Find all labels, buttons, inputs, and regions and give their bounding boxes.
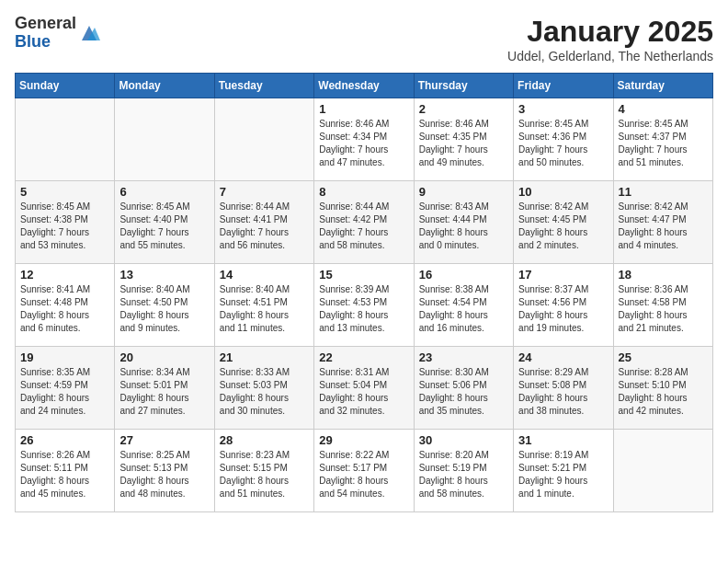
calendar-cell: 31Sunrise: 8:19 AMSunset: 5:21 PMDayligh… bbox=[514, 430, 613, 512]
weekday-header: Monday bbox=[115, 74, 214, 98]
day-info: Sunrise: 8:38 AMSunset: 4:54 PMDaylight:… bbox=[419, 283, 508, 335]
day-info: Sunrise: 8:22 AMSunset: 5:17 PMDaylight:… bbox=[319, 449, 408, 500]
day-info: Sunrise: 8:46 AMSunset: 4:34 PMDaylight:… bbox=[319, 118, 408, 169]
weekday-header-row: SundayMondayTuesdayWednesdayThursdayFrid… bbox=[16, 74, 713, 98]
day-number: 11 bbox=[619, 185, 708, 199]
day-info: Sunrise: 8:40 AMSunset: 4:50 PMDaylight:… bbox=[119, 283, 209, 335]
calendar-cell bbox=[16, 98, 115, 181]
day-number: 1 bbox=[319, 102, 408, 116]
day-info: Sunrise: 8:25 AMSunset: 5:13 PMDaylight:… bbox=[119, 449, 209, 500]
weekday-header: Thursday bbox=[414, 74, 513, 98]
day-number: 19 bbox=[20, 350, 109, 364]
day-number: 17 bbox=[518, 268, 608, 282]
calendar-cell: 29Sunrise: 8:22 AMSunset: 5:17 PMDayligh… bbox=[314, 430, 414, 512]
day-info: Sunrise: 8:46 AMSunset: 4:35 PMDaylight:… bbox=[419, 118, 508, 169]
day-number: 23 bbox=[419, 350, 508, 364]
day-number: 13 bbox=[119, 268, 209, 282]
calendar-cell: 2Sunrise: 8:46 AMSunset: 4:35 PMDaylight… bbox=[414, 98, 513, 181]
day-info: Sunrise: 8:40 AMSunset: 4:51 PMDaylight:… bbox=[220, 283, 309, 335]
day-number: 6 bbox=[119, 185, 209, 199]
day-number: 29 bbox=[319, 433, 408, 447]
day-info: Sunrise: 8:33 AMSunset: 5:03 PMDaylight:… bbox=[220, 366, 309, 418]
calendar-cell: 14Sunrise: 8:40 AMSunset: 4:51 PMDayligh… bbox=[214, 264, 313, 347]
calendar-cell: 19Sunrise: 8:35 AMSunset: 4:59 PMDayligh… bbox=[16, 347, 115, 430]
day-number: 25 bbox=[619, 350, 708, 364]
day-number: 8 bbox=[319, 185, 408, 199]
calendar-cell: 17Sunrise: 8:37 AMSunset: 4:56 PMDayligh… bbox=[514, 264, 613, 347]
calendar-cell: 16Sunrise: 8:38 AMSunset: 4:54 PMDayligh… bbox=[414, 264, 513, 347]
calendar-cell: 15Sunrise: 8:39 AMSunset: 4:53 PMDayligh… bbox=[314, 264, 414, 347]
location: Uddel, Gelderland, The Netherlands bbox=[507, 49, 713, 63]
day-number: 31 bbox=[518, 433, 608, 447]
weekday-header: Sunday bbox=[16, 74, 115, 98]
weekday-header: Wednesday bbox=[314, 74, 414, 98]
day-number: 16 bbox=[419, 268, 508, 282]
day-info: Sunrise: 8:19 AMSunset: 5:21 PMDaylight:… bbox=[518, 449, 608, 500]
day-number: 5 bbox=[20, 185, 109, 199]
calendar-cell: 30Sunrise: 8:20 AMSunset: 5:19 PMDayligh… bbox=[414, 430, 513, 512]
day-info: Sunrise: 8:44 AMSunset: 4:41 PMDaylight:… bbox=[220, 201, 309, 252]
calendar-cell: 9Sunrise: 8:43 AMSunset: 4:44 PMDaylight… bbox=[414, 181, 513, 264]
calendar-table: SundayMondayTuesdayWednesdayThursdayFrid… bbox=[15, 73, 713, 512]
day-info: Sunrise: 8:35 AMSunset: 4:59 PMDaylight:… bbox=[20, 366, 109, 418]
calendar-cell: 25Sunrise: 8:28 AMSunset: 5:10 PMDayligh… bbox=[613, 347, 712, 430]
logo-general: General bbox=[15, 15, 76, 33]
day-number: 14 bbox=[220, 268, 309, 282]
calendar-week-row: 19Sunrise: 8:35 AMSunset: 4:59 PMDayligh… bbox=[16, 347, 713, 430]
day-number: 9 bbox=[419, 185, 508, 199]
logo-icon bbox=[78, 24, 100, 42]
day-info: Sunrise: 8:41 AMSunset: 4:48 PMDaylight:… bbox=[20, 283, 109, 335]
day-info: Sunrise: 8:37 AMSunset: 4:56 PMDaylight:… bbox=[518, 283, 608, 335]
day-number: 7 bbox=[220, 185, 309, 199]
calendar-cell: 20Sunrise: 8:34 AMSunset: 5:01 PMDayligh… bbox=[115, 347, 214, 430]
calendar-cell: 24Sunrise: 8:29 AMSunset: 5:08 PMDayligh… bbox=[514, 347, 613, 430]
day-number: 22 bbox=[319, 350, 408, 364]
logo-blue: Blue bbox=[15, 33, 76, 52]
day-info: Sunrise: 8:31 AMSunset: 5:04 PMDaylight:… bbox=[319, 366, 408, 418]
day-info: Sunrise: 8:45 AMSunset: 4:38 PMDaylight:… bbox=[20, 201, 109, 252]
calendar-cell: 22Sunrise: 8:31 AMSunset: 5:04 PMDayligh… bbox=[314, 347, 414, 430]
day-number: 26 bbox=[20, 433, 109, 447]
day-info: Sunrise: 8:28 AMSunset: 5:10 PMDaylight:… bbox=[619, 366, 708, 418]
calendar-cell: 11Sunrise: 8:42 AMSunset: 4:47 PMDayligh… bbox=[613, 181, 712, 264]
logo: General Blue bbox=[15, 15, 100, 52]
day-number: 4 bbox=[619, 102, 708, 116]
day-number: 12 bbox=[20, 268, 109, 282]
calendar-week-row: 26Sunrise: 8:26 AMSunset: 5:11 PMDayligh… bbox=[16, 430, 713, 512]
calendar-cell: 6Sunrise: 8:45 AMSunset: 4:40 PMDaylight… bbox=[115, 181, 214, 264]
calendar-cell: 13Sunrise: 8:40 AMSunset: 4:50 PMDayligh… bbox=[115, 264, 214, 347]
calendar-cell: 5Sunrise: 8:45 AMSunset: 4:38 PMDaylight… bbox=[16, 181, 115, 264]
calendar-cell bbox=[214, 98, 313, 181]
day-info: Sunrise: 8:43 AMSunset: 4:44 PMDaylight:… bbox=[419, 201, 508, 252]
month-title: January 2025 bbox=[507, 15, 713, 49]
day-info: Sunrise: 8:29 AMSunset: 5:08 PMDaylight:… bbox=[518, 366, 608, 418]
calendar-week-row: 12Sunrise: 8:41 AMSunset: 4:48 PMDayligh… bbox=[16, 264, 713, 347]
day-number: 27 bbox=[119, 433, 209, 447]
day-number: 21 bbox=[220, 350, 309, 364]
day-info: Sunrise: 8:42 AMSunset: 4:45 PMDaylight:… bbox=[518, 201, 608, 252]
day-number: 28 bbox=[220, 433, 309, 447]
calendar-cell: 28Sunrise: 8:23 AMSunset: 5:15 PMDayligh… bbox=[214, 430, 313, 512]
calendar-cell: 26Sunrise: 8:26 AMSunset: 5:11 PMDayligh… bbox=[16, 430, 115, 512]
day-number: 3 bbox=[518, 102, 608, 116]
calendar-cell: 7Sunrise: 8:44 AMSunset: 4:41 PMDaylight… bbox=[214, 181, 313, 264]
calendar-cell: 18Sunrise: 8:36 AMSunset: 4:58 PMDayligh… bbox=[613, 264, 712, 347]
calendar-cell: 8Sunrise: 8:44 AMSunset: 4:42 PMDaylight… bbox=[314, 181, 414, 264]
calendar-cell: 3Sunrise: 8:45 AMSunset: 4:36 PMDaylight… bbox=[514, 98, 613, 181]
calendar-cell: 12Sunrise: 8:41 AMSunset: 4:48 PMDayligh… bbox=[16, 264, 115, 347]
calendar-cell bbox=[613, 430, 712, 512]
calendar-cell bbox=[115, 98, 214, 181]
day-info: Sunrise: 8:45 AMSunset: 4:37 PMDaylight:… bbox=[619, 118, 708, 169]
calendar-cell: 27Sunrise: 8:25 AMSunset: 5:13 PMDayligh… bbox=[115, 430, 214, 512]
day-info: Sunrise: 8:45 AMSunset: 4:40 PMDaylight:… bbox=[119, 201, 209, 252]
calendar-cell: 21Sunrise: 8:33 AMSunset: 5:03 PMDayligh… bbox=[214, 347, 313, 430]
page-header: General Blue January 2025 Uddel, Gelderl… bbox=[15, 15, 713, 63]
day-info: Sunrise: 8:23 AMSunset: 5:15 PMDaylight:… bbox=[220, 449, 309, 500]
calendar-cell: 1Sunrise: 8:46 AMSunset: 4:34 PMDaylight… bbox=[314, 98, 414, 181]
weekday-header: Saturday bbox=[613, 74, 712, 98]
day-number: 10 bbox=[518, 185, 608, 199]
day-number: 2 bbox=[419, 102, 508, 116]
day-number: 30 bbox=[419, 433, 508, 447]
weekday-header: Tuesday bbox=[214, 74, 313, 98]
day-info: Sunrise: 8:45 AMSunset: 4:36 PMDaylight:… bbox=[518, 118, 608, 169]
